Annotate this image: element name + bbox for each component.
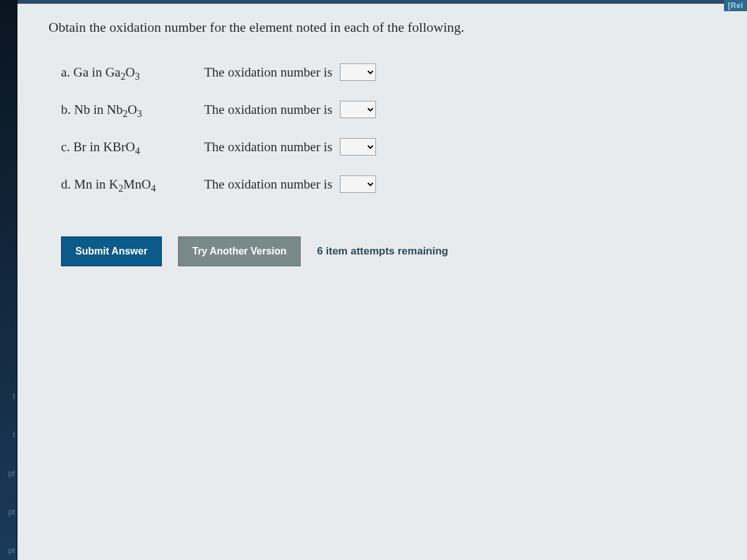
oxidation-select-c[interactable] <box>340 138 376 156</box>
oxidation-label: The oxidation number is <box>204 139 332 155</box>
sidebar-item[interactable]: pt <box>0 467 17 480</box>
button-bar: Submit Answer Try Another Version 6 item… <box>49 236 722 266</box>
oxidation-label: The oxidation number is <box>204 177 332 192</box>
oxidation-label: The oxidation number is <box>204 102 332 118</box>
part-label: c. Br in KBrO4 <box>61 139 204 155</box>
try-another-version-button[interactable]: Try Another Version <box>178 236 301 266</box>
part-row-d: d. Mn in K2MnO4 The oxidation number is <box>61 175 722 193</box>
sidebar: t t pt pt pt <box>0 0 17 560</box>
oxidation-label: The oxidation number is <box>204 65 332 80</box>
part-label: b. Nb in Nb2O3 <box>61 102 204 118</box>
sidebar-item[interactable]: t <box>0 429 17 441</box>
oxidation-select-d[interactable] <box>340 175 376 193</box>
sidebar-item[interactable]: pt <box>0 544 17 557</box>
references-corner-label[interactable]: [Rel <box>724 0 747 11</box>
part-label: d. Mn in K2MnO4 <box>61 177 204 192</box>
question-parts: a. Ga in Ga2O3 The oxidation number is b… <box>49 63 722 193</box>
part-label: a. Ga in Ga2O3 <box>61 65 204 80</box>
content-area: [Rel Obtain the oxidation number for the… <box>17 0 747 560</box>
submit-answer-button[interactable]: Submit Answer <box>61 236 162 266</box>
part-row-c: c. Br in KBrO4 The oxidation number is <box>61 138 722 156</box>
part-row-a: a. Ga in Ga2O3 The oxidation number is <box>61 63 722 81</box>
oxidation-select-a[interactable] <box>340 63 376 81</box>
oxidation-select-b[interactable] <box>340 101 376 118</box>
question-prompt: Obtain the oxidation number for the elem… <box>49 19 722 35</box>
sidebar-item[interactable]: t <box>0 390 17 403</box>
sidebar-item[interactable]: pt <box>0 506 17 518</box>
attempts-remaining: 6 item attempts remaining <box>317 245 448 258</box>
part-row-b: b. Nb in Nb2O3 The oxidation number is <box>61 101 722 118</box>
